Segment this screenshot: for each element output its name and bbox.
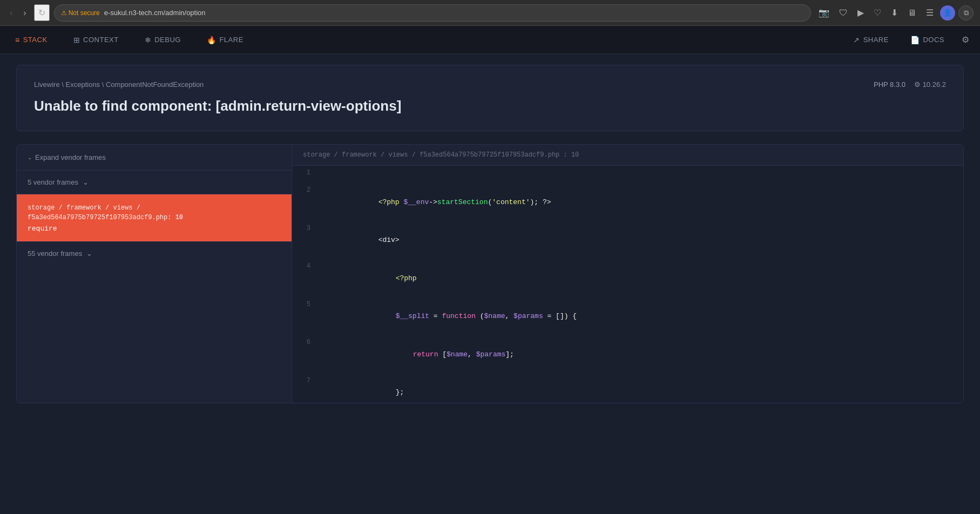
line-code-4: <?php — [319, 259, 963, 297]
active-stack-frame[interactable]: storage / framework / views / f5a3ed564a… — [17, 194, 292, 242]
code-panel: storage / framework / views / f5a3ed564a… — [292, 145, 963, 403]
frame-method: require — [28, 225, 281, 233]
error-header-card: PHP 8.3.0 ⚙ 10.26.2 Livewire \ Exception… — [16, 65, 964, 131]
screenshot-button[interactable]: 📷 — [815, 5, 833, 20]
share-btn[interactable]: ↗ SHARE — [849, 32, 893, 48]
warning-icon: ⚠ — [61, 9, 67, 17]
vendor-frames-label-2: 55 vendor frames — [28, 249, 82, 258]
vendor-frames-group-1: 5 vendor frames ⌄ — [17, 171, 292, 194]
app-toolbar: ≡ STACK ⊞ CONTEXT ❄ DEBUG 🔥 FLARE ↗ SHAR… — [0, 26, 980, 54]
stack-panel: ⌄ Expand vendor frames 5 vendor frames ⌄… — [17, 145, 292, 403]
debug-tab[interactable]: ❄ DEBUG — [140, 32, 185, 48]
play-button[interactable]: ▶ — [854, 5, 867, 20]
settings-btn[interactable]: ⚙ — [962, 35, 969, 45]
version-info: PHP 8.3.0 ⚙ 10.26.2 — [874, 80, 946, 89]
code-line-2: 2 <?php $__env->startSection('content');… — [292, 183, 963, 221]
code-content: 1 2 <?php $__env->startSection('content'… — [292, 166, 963, 403]
share-icon: ↗ — [853, 36, 860, 44]
line-code-5: $__split = function ($name, $params = []… — [319, 297, 963, 336]
line-code-1 — [319, 166, 963, 172]
php-version: PHP 8.3.0 — [874, 80, 905, 89]
line-code-2: <?php $__env->startSection('content'); ?… — [319, 183, 963, 221]
code-line-4: 4 <?php — [292, 259, 963, 297]
context-icon: ⊞ — [73, 36, 80, 44]
line-number-5: 5 — [292, 297, 319, 312]
line-number-6: 6 — [292, 335, 319, 349]
download-button[interactable]: ⬇ — [888, 5, 901, 20]
code-line-7: 7 }; — [292, 374, 963, 403]
code-line-6: 6 return [$name, $params]; — [292, 335, 963, 374]
extensions-button[interactable]: ⧉ — [958, 5, 974, 21]
debug-icon: ❄ — [145, 36, 152, 44]
monitor-button[interactable]: 🖥 — [904, 6, 920, 20]
expand-vendor-btn[interactable]: ⌄ Expand vendor frames — [17, 145, 292, 171]
browser-chrome: ‹ › ↻ ⚠ Not secure e-sukul.n3-tech.cm/ad… — [0, 0, 980, 26]
bookmark-button[interactable]: ♡ — [870, 5, 884, 20]
context-tab[interactable]: ⊞ CONTEXT — [69, 32, 123, 48]
code-line-1: 1 — [292, 166, 963, 183]
menu-button[interactable]: ☰ — [923, 5, 937, 20]
stack-tab[interactable]: ≡ STACK — [11, 32, 52, 48]
main-content: PHP 8.3.0 ⚙ 10.26.2 Livewire \ Exception… — [0, 54, 980, 514]
code-file-path: storage / framework / views / f5a3ed564a… — [292, 145, 963, 166]
shield-button[interactable]: 🛡 — [836, 6, 851, 20]
stack-icon: ≡ — [15, 36, 20, 44]
ignition-icon: ⚙ — [914, 80, 921, 89]
url-text: e-sukul.n3-tech.cm/admin/option — [104, 9, 206, 17]
exception-path: Livewire \ Exceptions \ ComponentNotFoun… — [34, 80, 946, 89]
line-number-4: 4 — [292, 259, 319, 273]
error-title: Unable to find component: [admin.return-… — [34, 96, 946, 116]
line-code-6: return [$name, $params]; — [319, 335, 963, 374]
flare-tab[interactable]: 🔥 FLARE — [202, 32, 248, 48]
flare-icon: 🔥 — [207, 36, 217, 44]
address-bar[interactable]: ⚠ Not secure e-sukul.n3-tech.cm/admin/op… — [54, 4, 811, 22]
chevron-down-icon: ⌄ — [83, 178, 89, 186]
vendor-frames-group-2[interactable]: 55 vendor frames ⌄ — [17, 242, 292, 265]
forward-button[interactable]: › — [20, 6, 29, 20]
code-line-5: 5 $__split = function ($name, $params = … — [292, 297, 963, 336]
docs-btn[interactable]: 📄 DOCS — [906, 32, 949, 48]
back-button[interactable]: ‹ — [6, 6, 16, 20]
ignition-version: ⚙ 10.26.2 — [914, 80, 946, 89]
toolbar-right: ↗ SHARE 📄 DOCS ⚙ — [849, 32, 969, 48]
line-number-1: 1 — [292, 166, 319, 180]
chevron-icon: ⌄ — [28, 154, 32, 160]
line-code-7: }; — [319, 374, 963, 403]
frame-path: storage / framework / views / f5a3ed564a… — [28, 203, 281, 222]
security-warning: ⚠ Not secure — [61, 9, 100, 17]
chevron-down-icon-2: ⌄ — [86, 249, 92, 258]
toolbar-left: ≡ STACK ⊞ CONTEXT ❄ DEBUG 🔥 FLARE — [11, 32, 248, 48]
docs-icon: 📄 — [910, 36, 920, 44]
vendor-frames-toggle-1[interactable]: 5 vendor frames ⌄ — [17, 171, 292, 194]
line-number-7: 7 — [292, 374, 319, 388]
code-line-3: 3 <div> — [292, 221, 963, 260]
stack-code-panel: ⌄ Expand vendor frames 5 vendor frames ⌄… — [16, 144, 964, 403]
profile-button[interactable]: 👤 — [940, 5, 955, 21]
vendor-frames-label-1: 5 vendor frames — [28, 178, 78, 186]
browser-actions: 📷 🛡 ▶ ♡ ⬇ 🖥 ☰ 👤 ⧉ — [815, 5, 974, 21]
line-number-2: 2 — [292, 183, 319, 197]
reload-button[interactable]: ↻ — [34, 4, 50, 21]
line-code-3: <div> — [319, 221, 963, 260]
line-number-3: 3 — [292, 221, 319, 235]
